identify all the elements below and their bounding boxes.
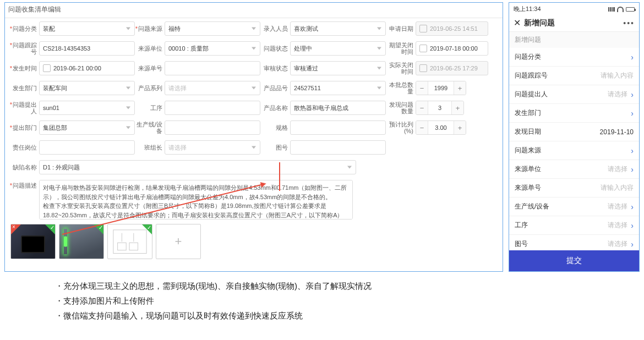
label-description: 问题描述 <box>9 180 39 189</box>
label-line: 生产线/设备 <box>135 121 165 134</box>
svg-rect-1 <box>118 243 127 250</box>
label-team-leader: 班组长 <box>135 144 165 151</box>
label-status: 问题状态 <box>260 45 290 52</box>
stepper-ratio[interactable]: − 3.00 + <box>416 120 466 135</box>
chevron-right-icon: › <box>631 146 634 155</box>
mobile-row[interactable]: 图号请选择› <box>509 235 639 250</box>
mobile-nav: ✕ 新增问题 ••• <box>509 14 639 32</box>
note-line: 充分体现三现主义的思想，需到现场(现地)、亲自接触实物(现物)、亲自了解现实情况 <box>55 278 372 293</box>
select-entry-person[interactable]: 喜欢测试 <box>290 21 386 36</box>
mobile-row[interactable]: 来源单位请选择› <box>509 160 639 179</box>
attachment-photo-1[interactable] <box>10 224 56 259</box>
stepper-batch-qty[interactable]: − 1999 + <box>416 81 466 95</box>
input-drawing-no[interactable] <box>290 140 386 155</box>
label-drawing-no: 图号 <box>260 144 290 151</box>
mobile-row[interactable]: 问题来源› <box>509 141 639 160</box>
label-dept: 发生部门 <box>9 85 39 92</box>
select-proposer[interactable]: sun01 <box>39 101 135 115</box>
found-minus-button[interactable]: − <box>416 101 428 114</box>
panel-title: 问题收集清单编辑 <box>5 3 503 18</box>
date-apply[interactable]: 2019-06-25 14:51 <box>416 21 488 36</box>
attachment-photo-2[interactable] <box>59 224 104 259</box>
mobile-row[interactable]: 生产线/设备请选择› <box>509 198 639 216</box>
select-source[interactable]: 福特 <box>165 21 260 36</box>
input-source-no[interactable] <box>165 61 260 75</box>
notes: 充分体现三现主义的思想，需到现场(现地)、亲自接触实物(现物)、亲自了解现实情况… <box>55 278 372 323</box>
input-process[interactable] <box>165 101 260 115</box>
battery-icon <box>626 7 635 12</box>
select-dept[interactable]: 装配车间 <box>39 81 135 95</box>
label-category: 问题分类 <box>9 25 39 32</box>
batch-minus-button[interactable]: − <box>416 81 428 95</box>
stepper-found-qty[interactable]: − 3 + <box>416 101 464 115</box>
mobile-row-value: 请选择 <box>608 221 627 230</box>
mobile-row[interactable]: 发生部门› <box>509 104 639 123</box>
input-spec[interactable] <box>290 120 386 135</box>
mobile-row-label: 问题来源 <box>515 146 541 155</box>
date-occur[interactable]: 2019-06-21 00:00 <box>39 61 135 75</box>
more-icon[interactable]: ••• <box>623 19 635 28</box>
uploaded-check-icon <box>142 224 152 234</box>
attachment-drawing[interactable] <box>107 224 152 259</box>
desktop-panel: 问题收集清单编辑 问题分类 装配 问题来源 福特 录入人员 喜欢测试 申请日期 … <box>4 2 503 272</box>
mobile-row-value: 2019-11-10 <box>600 128 634 136</box>
submit-button[interactable]: 提交 <box>509 250 639 271</box>
label-defect-name: 缺陷名称 <box>9 164 39 171</box>
label-spec: 规格 <box>260 124 290 131</box>
mobile-row-label: 问题跟踪号 <box>515 71 548 80</box>
date-close-real[interactable]: 2019-06-25 17:29 <box>416 61 488 75</box>
input-track-no[interactable]: CS218-14354353 <box>39 41 135 56</box>
label-batch-qty: 本批总数量 <box>386 81 416 95</box>
select-propose-dept[interactable]: 集团总部 <box>39 120 135 135</box>
mobile-row-label: 图号 <box>515 239 528 249</box>
label-product-name: 产品名称 <box>260 105 290 112</box>
chevron-right-icon: › <box>631 240 634 249</box>
found-plus-button[interactable]: + <box>451 101 463 114</box>
svg-rect-2 <box>129 243 138 250</box>
mobile-row-label: 发现日期 <box>515 127 541 136</box>
mobile-status-bar: 晚上11:34 <box>509 3 639 14</box>
date-close-expect[interactable]: 2019-07-18 00:00 <box>416 41 488 56</box>
label-entry: 录入人员 <box>260 25 290 32</box>
label-close-expect: 期望关闭时间 <box>386 42 416 55</box>
mobile-row-label: 问题提出人 <box>515 90 548 99</box>
select-team-leader[interactable]: 请选择 <box>165 140 260 155</box>
input-product-name[interactable]: 散热器和电子扇总成 <box>290 101 386 115</box>
uploaded-check-icon <box>94 224 103 234</box>
mobile-row[interactable]: 问题分类› <box>509 48 639 67</box>
select-review-status[interactable]: 审核通过 <box>290 61 386 75</box>
mobile-row[interactable]: 问题跟踪号请输入内容 <box>509 67 639 85</box>
mobile-row[interactable]: 问题提出人请选择› <box>509 85 639 104</box>
select-category[interactable]: 装配 <box>39 21 135 36</box>
label-process: 工序 <box>135 105 165 112</box>
mobile-panel: 晚上11:34 ✕ 新增问题 ••• 新增问题 问题分类›问题跟踪号请输入内容问… <box>509 2 640 272</box>
label-found-qty: 发现问题数量 <box>386 101 416 114</box>
label-series: 产品系列 <box>135 85 165 92</box>
add-attachment-button[interactable]: + <box>156 224 201 259</box>
label-review: 审核状态 <box>260 65 290 72</box>
ratio-minus-button[interactable]: − <box>416 121 428 134</box>
select-product-no[interactable]: 24527511 <box>290 81 386 95</box>
plus-icon: + <box>175 234 182 249</box>
select-series[interactable]: 请选择 <box>165 81 260 95</box>
mobile-row-label: 来源单号 <box>515 183 541 193</box>
input-responsible-post[interactable] <box>39 140 135 155</box>
delete-icon[interactable] <box>11 224 21 234</box>
mobile-row[interactable]: 发现日期2019-11-10 <box>509 123 639 141</box>
mobile-row-label: 问题分类 <box>515 52 541 62</box>
label-unit: 来源单位 <box>135 45 165 52</box>
select-defect-name[interactable]: D1 : 外观问题 <box>39 160 356 174</box>
mobile-row-value: 请选择 <box>608 239 627 249</box>
back-icon[interactable]: ✕ <box>514 18 521 28</box>
mobile-row[interactable]: 工序请选择› <box>509 216 639 235</box>
textarea-description[interactable] <box>39 180 353 220</box>
select-unit[interactable]: 00010 : 质量部 <box>165 41 260 56</box>
mobile-row-value: 请输入内容 <box>601 71 634 80</box>
input-line[interactable] <box>165 120 260 135</box>
batch-plus-button[interactable]: + <box>454 81 466 95</box>
chevron-right-icon: › <box>631 202 634 211</box>
mobile-row[interactable]: 来源单号请输入内容 <box>509 179 639 198</box>
label-occur-time: 发生时间 <box>9 65 39 72</box>
ratio-plus-button[interactable]: + <box>454 121 466 134</box>
select-status[interactable]: 处理中 <box>290 41 386 56</box>
